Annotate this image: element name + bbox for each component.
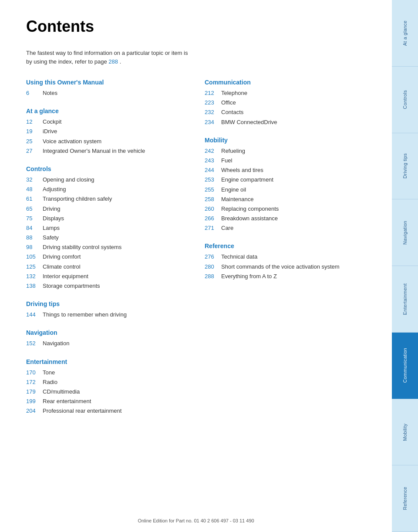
toc-item: 6Notes: [26, 89, 179, 97]
toc-number[interactable]: 6: [26, 89, 43, 97]
sidebar-tab-navigation[interactable]: Navigation: [392, 199, 418, 266]
toc-number[interactable]: 232: [205, 108, 221, 116]
toc-number[interactable]: 179: [26, 388, 43, 396]
toc-label: Rear entertainment: [43, 397, 91, 405]
toc-number[interactable]: 255: [205, 186, 221, 194]
section-heading-entertainment: Entertainment: [26, 358, 179, 365]
toc-label: Safety: [43, 234, 59, 242]
toc-item: 204Professional rear entertainment: [26, 407, 179, 415]
section-heading-driving-tips: Driving tips: [26, 300, 179, 307]
toc-label: Technical data: [221, 253, 257, 261]
toc-number[interactable]: 27: [26, 147, 43, 155]
sidebar-tab-controls[interactable]: Controls: [392, 67, 418, 133]
toc-item: 125Climate control: [26, 263, 179, 271]
intro-end: .: [120, 58, 121, 65]
toc-number[interactable]: 266: [205, 215, 221, 222]
toc-number[interactable]: 152: [26, 340, 43, 347]
toc-number[interactable]: 271: [205, 224, 221, 232]
toc-number[interactable]: 65: [26, 205, 43, 213]
toc-number[interactable]: 244: [205, 166, 221, 174]
sidebar-tab-label: Navigation: [402, 221, 408, 245]
toc-item: 234BMW ConnectedDrive: [205, 118, 357, 126]
toc-number[interactable]: 234: [205, 118, 221, 126]
toc-number[interactable]: 258: [205, 195, 221, 203]
toc-number[interactable]: 253: [205, 176, 221, 184]
toc-number[interactable]: 132: [26, 273, 43, 280]
sidebar-tab-label: Driving tips: [402, 153, 408, 178]
toc-number[interactable]: 144: [26, 311, 43, 319]
toc-number[interactable]: 223: [205, 99, 221, 107]
sidebar-tab-at-a-glance[interactable]: At a glance: [392, 0, 418, 67]
toc-number[interactable]: 172: [26, 378, 43, 386]
toc-number[interactable]: 243: [205, 157, 221, 165]
toc-label: Transporting children safely: [43, 195, 112, 203]
sidebar-tab-label: Controls: [402, 90, 408, 109]
toc-label: BMW ConnectedDrive: [221, 118, 277, 126]
toc-number[interactable]: 105: [26, 253, 43, 261]
toc-number[interactable]: 212: [205, 89, 221, 97]
toc-number[interactable]: 88: [26, 234, 43, 242]
toc-label: Driving stability control systems: [43, 243, 121, 251]
toc-label: Integrated Owner's Manual in the vehicle: [43, 147, 145, 155]
toc-number[interactable]: 280: [205, 263, 221, 271]
intro-page-link[interactable]: 288: [108, 58, 118, 65]
toc-number[interactable]: 98: [26, 243, 43, 251]
toc-item: 179CD/multimedia: [26, 388, 179, 396]
toc-label: Climate control: [43, 263, 81, 271]
toc-number[interactable]: 260: [205, 205, 221, 213]
sidebar-tab-entertainment[interactable]: Entertainment: [392, 266, 418, 333]
toc-label: CD/multimedia: [43, 388, 80, 396]
sidebar-tab-label: Mobility: [402, 424, 408, 441]
toc-item: 12Cockpit: [26, 118, 179, 126]
toc-label: Voice activation system: [43, 138, 101, 145]
toc-item: 288Everything from A to Z: [205, 273, 357, 280]
toc-item: 212Telephone: [205, 89, 357, 97]
toc-label: Driving comfort: [43, 253, 81, 261]
toc-number[interactable]: 75: [26, 215, 43, 222]
toc-label: Things to remember when driving: [43, 311, 127, 319]
section-heading-mobility: Mobility: [205, 137, 357, 144]
toc-number[interactable]: 12: [26, 118, 43, 126]
toc-label: Opening and closing: [43, 176, 94, 184]
sidebar-tab-mobility[interactable]: Mobility: [392, 399, 418, 466]
col-right: Communication212Telephone223Office232Con…: [205, 79, 357, 417]
toc-number[interactable]: 48: [26, 185, 43, 193]
toc-label: Care: [221, 224, 233, 232]
toc-label: Wheels and tires: [221, 166, 263, 174]
sidebar-tab-label: At a glance: [402, 20, 408, 46]
toc-number[interactable]: 170: [26, 369, 43, 377]
main-content: Contents The fastest way to find informa…: [0, 0, 383, 443]
toc-item: 258Maintenance: [205, 195, 357, 203]
toc-item: 170Tone: [26, 369, 179, 377]
toc-label: Displays: [43, 215, 64, 222]
toc-label: Navigation: [43, 340, 69, 347]
toc-item: 144Things to remember when driving: [26, 311, 179, 319]
toc-columns: Using this Owner's Manual6NotesAt a glan…: [26, 79, 357, 417]
toc-number[interactable]: 138: [26, 282, 43, 290]
toc-number[interactable]: 19: [26, 128, 43, 135]
sidebar-tab-communication[interactable]: Communication: [392, 333, 418, 399]
toc-number[interactable]: 288: [205, 273, 221, 280]
sidebar-tab-reference[interactable]: Reference: [392, 465, 418, 532]
toc-number[interactable]: 61: [26, 195, 43, 203]
toc-number[interactable]: 242: [205, 147, 221, 155]
toc-number[interactable]: 204: [26, 407, 43, 415]
section-heading-using-owners-manual: Using this Owner's Manual: [26, 79, 179, 86]
toc-label: Short commands of the voice activation s…: [221, 263, 340, 271]
sidebar-tab-driving-tips[interactable]: Driving tips: [392, 133, 418, 200]
toc-number[interactable]: 25: [26, 138, 43, 145]
toc-item: 253Engine compartment: [205, 176, 357, 184]
toc-item: 75Displays: [26, 215, 179, 222]
toc-number[interactable]: 276: [205, 253, 221, 261]
toc-item: 98Driving stability control systems: [26, 243, 179, 251]
toc-number[interactable]: 125: [26, 263, 43, 271]
toc-item: 199Rear entertainment: [26, 397, 179, 405]
toc-label: Replacing components: [221, 205, 279, 213]
toc-item: 255Engine oil: [205, 186, 357, 194]
toc-item: 32Opening and closing: [26, 176, 179, 184]
toc-item: 271Care: [205, 224, 357, 232]
toc-number[interactable]: 199: [26, 397, 43, 405]
col-left: Using this Owner's Manual6NotesAt a glan…: [26, 79, 179, 417]
toc-number[interactable]: 84: [26, 224, 43, 232]
toc-number[interactable]: 32: [26, 176, 43, 184]
